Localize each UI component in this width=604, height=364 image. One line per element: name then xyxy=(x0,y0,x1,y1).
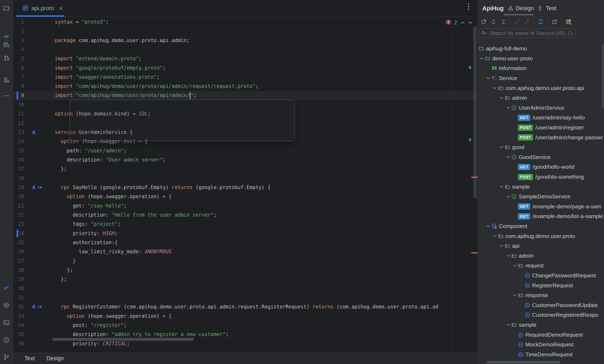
api-method-gutter-icon[interactable] xyxy=(37,185,42,190)
editor-line[interactable]: 1syntax = "proto3"; xyxy=(13,17,478,26)
tree-row[interactable]: POST/user/admin/change-passwo xyxy=(478,133,603,142)
chevron-down-icon[interactable] xyxy=(492,234,498,238)
tree-row[interactable]: GET/user/admin/say-hello xyxy=(478,113,603,123)
tree-row[interactable]: apihug-full-demo xyxy=(478,44,603,54)
tree-row[interactable]: mCustomerPasswordUpdate xyxy=(478,300,603,310)
tree-row[interactable]: good xyxy=(478,142,603,152)
editor-line[interactable]: 2 xyxy=(13,26,478,36)
editor-line[interactable]: 15 path: "/user/admin"; xyxy=(13,146,478,155)
chevron-down-icon[interactable] xyxy=(505,323,511,327)
editor-line[interactable]: 35 description: "admin try to register a… xyxy=(13,330,478,339)
git-branch-icon[interactable] xyxy=(3,353,10,361)
structure-icon[interactable] xyxy=(3,76,10,84)
chevron-down-icon[interactable] xyxy=(485,224,491,229)
tree-row[interactable]: SGoodService xyxy=(478,152,603,162)
color-legend-button[interactable] xyxy=(565,18,572,25)
prev-error-chevron-up-icon[interactable] xyxy=(460,20,465,25)
next-error-chevron-down-icon[interactable] xyxy=(468,20,473,25)
expand-all-button[interactable] xyxy=(490,18,497,25)
code-editor[interactable]: 1syntax = "proto3";23package com.apihug.… xyxy=(13,17,478,353)
chevron-down-icon[interactable] xyxy=(505,106,511,110)
tree-row[interactable]: admin xyxy=(478,93,603,103)
chevron-down-icon[interactable] xyxy=(498,244,505,248)
tree-row[interactable]: admin xyxy=(478,251,603,261)
change-stripe-mark[interactable] xyxy=(469,66,471,69)
tree-horizontal-scrollbar[interactable] xyxy=(487,361,560,363)
tab-test[interactable]: Test xyxy=(538,0,556,17)
chevron-down-icon[interactable] xyxy=(505,194,511,199)
tree-row[interactable]: mComponent xyxy=(478,221,603,231)
tree-row[interactable]: SUserAdminService xyxy=(478,103,603,113)
change-stripe-mark[interactable] xyxy=(469,138,471,141)
editor-line[interactable]: 18 xyxy=(13,174,478,183)
editor-line[interactable]: 32A rpc RegisterCustomer (com.apihug.dem… xyxy=(13,302,478,311)
project-folder-icon[interactable] xyxy=(3,5,10,12)
kebab-icon[interactable] xyxy=(467,3,470,11)
editor-line[interactable]: 22 description: "Hello from the user adm… xyxy=(13,210,478,219)
apihug-gutter-icon[interactable]: A xyxy=(32,184,36,190)
tab-text-view[interactable]: Text xyxy=(25,355,35,362)
chevron-down-icon[interactable] xyxy=(498,96,505,100)
chevron-down-icon[interactable] xyxy=(498,145,505,150)
collapse-all-button[interactable] xyxy=(500,18,507,25)
editor-line[interactable]: 23 tags: "project"; xyxy=(13,219,478,229)
error-stripe-mark[interactable] xyxy=(471,252,478,254)
tree-row[interactable]: mRegisterRequest xyxy=(478,280,603,291)
editor-line[interactable]: 7import "swagger/annotations.proto"; xyxy=(13,73,478,82)
tree-row[interactable]: mMockDemoRequest xyxy=(478,340,603,350)
editor-line[interactable]: 4 xyxy=(13,45,478,54)
tree-row[interactable]: sample xyxy=(478,320,603,330)
terminal-icon[interactable] xyxy=(3,319,10,326)
tree-row[interactable]: api xyxy=(478,241,603,251)
editor-line[interactable]: 34 post: "/register"; xyxy=(13,321,478,330)
tree-row[interactable]: GET/example-demo/list-a-sample xyxy=(478,211,603,221)
chevron-down-icon[interactable] xyxy=(492,86,498,90)
editor-vertical-scrollbar[interactable] xyxy=(473,26,477,198)
tree-row[interactable]: response xyxy=(478,291,603,300)
close-icon[interactable] xyxy=(59,6,63,11)
editor-line[interactable]: 3package com.apihug.demo.user.proto.api.… xyxy=(13,36,478,45)
open-in-browser-button[interactable] xyxy=(551,18,558,25)
editor-line[interactable]: 26 low_limit_risky_mode: ANONYMOUS xyxy=(13,247,478,256)
editor-line[interactable]: 25 authorization:{ xyxy=(13,238,478,247)
editor-line[interactable]: 5import "extend/domain.proto"; xyxy=(13,54,478,63)
editor-line[interactable]: 21 get: "/say-hello"; xyxy=(13,201,478,210)
chevron-down-icon[interactable] xyxy=(512,293,518,298)
tree-row[interactable]: mChangePasswordRequest xyxy=(478,271,603,281)
search-input[interactable] xyxy=(489,30,574,37)
chevron-down-icon[interactable] xyxy=(478,56,485,61)
database-search-icon[interactable] xyxy=(3,41,10,49)
run-hexagon-icon[interactable] xyxy=(3,301,10,309)
editor-line[interactable]: 29 }; xyxy=(13,275,478,284)
tree-row[interactable]: request xyxy=(478,261,603,271)
apihug-logo-icon[interactable] xyxy=(3,284,10,291)
editor-line[interactable]: 8import "com/apihug/demo/user/proto/api/… xyxy=(13,82,478,91)
editor-line[interactable]: 19A rpc SayHello (google.protobuf.Empty)… xyxy=(13,183,478,192)
commit-icon[interactable] xyxy=(3,33,10,40)
apihug-gutter-icon[interactable]: A xyxy=(32,304,36,310)
editor-line[interactable]: 33 option (hope.swagger.operation) = { xyxy=(13,312,478,321)
tree-row[interactable]: demo-user-proto xyxy=(478,54,603,64)
tree-row[interactable]: mCustomerRegisteredRespo xyxy=(478,310,603,320)
minimize-button[interactable] xyxy=(523,18,530,25)
editor-line[interactable]: 24 priority: HIGH; xyxy=(13,229,478,238)
tree-row[interactable]: POST/user/admin/register xyxy=(478,123,603,133)
tree-vertical-scrollbar[interactable] xyxy=(602,44,604,108)
tree-row[interactable]: GET/example-demo/page-a-sam xyxy=(478,202,603,212)
editor-line[interactable]: 6import "google/protobuf/empty.proto"; xyxy=(13,63,478,73)
editor-line[interactable]: 20 option (hope.swagger.operation) = { xyxy=(13,192,478,201)
api-method-gutter-icon[interactable] xyxy=(37,304,42,309)
chevron-down-icon[interactable] xyxy=(505,254,511,258)
chevron-down-icon[interactable] xyxy=(485,76,491,81)
tree-row[interactable]: {}Service xyxy=(478,73,603,83)
tab-api-proto[interactable]: P api.proto xyxy=(14,0,68,17)
apihug-gutter-icon[interactable]: A xyxy=(32,129,36,135)
maximize-button[interactable] xyxy=(514,18,521,25)
editor-line[interactable]: 27 } xyxy=(13,256,478,266)
tree-row[interactable]: Information xyxy=(478,63,603,73)
tree-row[interactable]: mTimeDemoRequest xyxy=(478,350,603,359)
chevron-down-icon[interactable] xyxy=(498,184,505,189)
tree-row[interactable]: com.apihug.demo.user.proto xyxy=(478,231,603,241)
tree-row[interactable]: POST/good/do-something xyxy=(478,172,603,182)
tree-row[interactable]: SSampleDemoService xyxy=(478,192,603,202)
